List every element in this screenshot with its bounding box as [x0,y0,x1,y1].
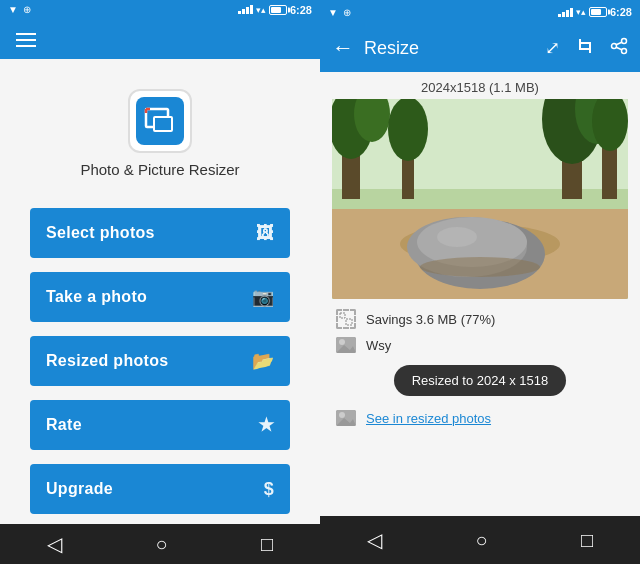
back-nav-right[interactable]: ◁ [367,528,382,552]
battery-icon [269,5,287,15]
resized-photos-button[interactable]: Resized photos 📂 [30,336,290,386]
app-logo-area: Photo & Picture Resizer [0,59,320,198]
select-photos-button[interactable]: Select photos 🖼 [30,208,290,258]
home-nav-right[interactable]: ○ [475,529,487,552]
app-name-label: Photo & Picture Resizer [80,161,239,178]
time-left: 6:28 [290,4,312,16]
right-panel: ▼ ⊕ ▾▴ 6:28 ← Resize ⤢ [320,0,640,564]
resize-app-svg [142,103,178,139]
svg-point-28 [420,257,540,277]
top-bar-actions: ⤢ [545,37,628,60]
notification-icon-right: ▼ [328,7,338,18]
svg-line-9 [616,42,622,45]
select-photos-icon: 🖼 [256,223,274,244]
rate-icon: ★ [258,414,274,436]
take-photo-button[interactable]: Take a photo 📷 [30,272,290,322]
right-status-left-icons: ▼ ⊕ [328,7,351,18]
right-title: Resize [364,38,535,59]
rate-label: Rate [46,416,82,434]
time-right: 6:28 [610,6,632,18]
left-panel: ▼ ⊕ ▾▴ 6:28 [0,0,320,564]
back-nav-left[interactable]: ◁ [47,532,62,556]
wsy-text: Wsy [366,338,391,353]
take-photo-label: Take a photo [46,288,147,306]
wifi-icon-right: ▾▴ [576,7,586,17]
wsy-row: Wsy [336,337,624,353]
battery-icon-right [589,7,607,17]
see-resized-link[interactable]: See in resized photos [366,411,491,426]
select-photos-label: Select photos [46,224,155,242]
wifi-icon: ▾▴ [256,5,266,15]
toast-container: Resized to 2024 x 1518 [336,361,624,402]
svg-point-18 [388,99,428,161]
recent-nav-right[interactable]: □ [581,529,593,552]
status-bar-left: ▼ ⊕ ▾▴ 6:28 [0,0,320,20]
nav-bar-left: ◁ ○ □ [0,524,320,564]
svg-point-36 [339,412,345,418]
app-icon-inner [136,97,184,145]
svg-point-7 [612,43,617,48]
menu-button[interactable] [16,33,36,47]
svg-rect-1 [154,117,172,131]
fullscreen-icon[interactable]: ⤢ [545,37,560,59]
home-nav-left[interactable]: ○ [155,533,167,556]
resized-photos-icon: 📂 [252,350,274,372]
svg-rect-30 [340,313,345,318]
notification-icon: ▼ [8,4,18,15]
right-status-right-icons: ▾▴ 6:28 [558,6,632,18]
rate-button[interactable]: Rate ★ [30,400,290,450]
nav-bar-right: ◁ ○ □ [320,516,640,564]
toast-message: Resized to 2024 x 1518 [394,365,567,396]
svg-point-8 [622,48,627,53]
app-icon [128,89,192,153]
savings-row: Savings 3.6 MB (77%) [336,309,624,329]
share-icon[interactable] [610,37,628,60]
status-bar-right: ▼ ⊕ ▾▴ 6:28 [320,0,640,24]
top-bar-left [0,20,320,60]
wsy-icon [336,337,356,353]
see-resized-row[interactable]: See in resized photos [336,410,624,426]
see-resized-icon [336,410,356,426]
svg-rect-5 [581,42,591,44]
photo-container [332,99,628,299]
svg-point-29 [437,227,477,247]
upgrade-label: Upgrade [46,480,113,498]
left-status-right-icons: ▾▴ 6:28 [238,4,312,16]
top-bar-right: ← Resize ⤢ [320,24,640,72]
recent-nav-left[interactable]: □ [261,533,273,556]
upgrade-button[interactable]: Upgrade $ [30,464,290,514]
upgrade-icon: $ [264,479,274,500]
android-icon: ⊕ [23,4,31,15]
crop-icon[interactable] [576,37,594,60]
image-info: 2024x1518 (1.1 MB) [320,72,640,99]
savings-text: Savings 3.6 MB (77%) [366,312,495,327]
left-status-left-icons: ▼ ⊕ [8,4,31,15]
resized-photos-label: Resized photos [46,352,168,370]
buttons-area: Select photos 🖼 Take a photo 📷 Resized p… [0,198,320,524]
svg-point-33 [339,339,345,345]
park-image [332,99,628,299]
android-icon-right: ⊕ [343,7,351,18]
svg-rect-3 [579,48,589,50]
svg-line-10 [616,47,622,50]
signal-icon [238,5,253,14]
savings-icon [336,309,356,329]
svg-rect-31 [346,319,352,325]
info-section: Savings 3.6 MB (77%) Wsy Resized to 2024… [320,299,640,436]
signal-icon-right [558,8,573,17]
take-photo-icon: 📷 [252,286,274,308]
back-button[interactable]: ← [332,35,354,61]
svg-point-6 [622,38,627,43]
